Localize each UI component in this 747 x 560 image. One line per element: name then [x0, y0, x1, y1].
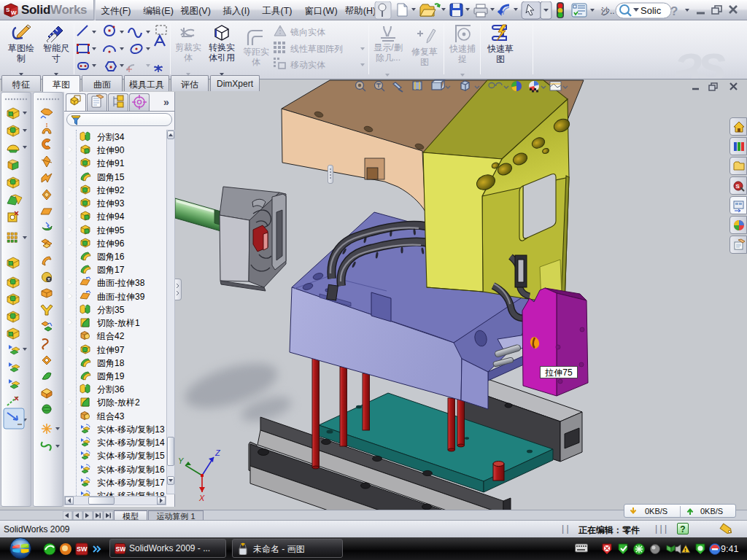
svg-text:Solic: Solic [640, 5, 662, 16]
svg-text:S: S [6, 7, 10, 13]
svg-text:?: ? [670, 4, 678, 18]
svg-text:SW: SW [116, 545, 126, 553]
svg-text:SW: SW [77, 545, 88, 553]
svg-text:!: ! [684, 547, 686, 553]
svg-text:Y: Y [178, 456, 184, 465]
svg-text:X: X [198, 494, 205, 502]
svg-text:S: S [736, 183, 740, 190]
svg-text:沙..: 沙.. [600, 6, 615, 16]
svg-text:Z: Z [214, 448, 221, 457]
svg-text:W: W [11, 9, 17, 16]
